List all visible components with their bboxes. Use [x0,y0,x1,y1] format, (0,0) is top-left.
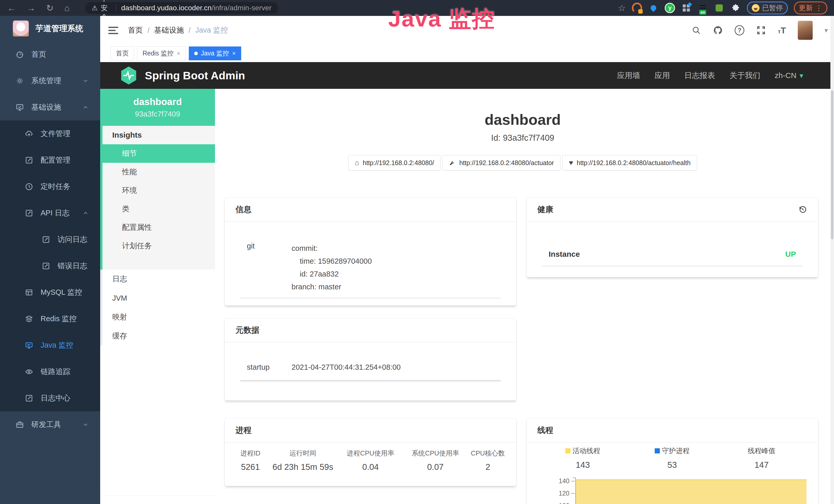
extension-orange-icon[interactable] [632,3,642,13]
sidebar-item-scheduled-jobs[interactable]: 定时任务 [0,173,100,200]
threads-card: 线程 活动线程 守护进程 线程峰值 143 53 147 140 [527,418,818,504]
forward-icon[interactable]: → [27,3,36,13]
tab-java-monitor[interactable]: Java 监控 × [189,46,241,60]
instance-name: dashboard [100,96,215,107]
menu-item-config-props[interactable]: 配置属性 [103,218,215,237]
close-icon[interactable]: × [232,50,236,57]
menu-item-environment[interactable]: 环境 [103,181,215,200]
search-icon[interactable] [692,25,701,35]
menu-item-logs[interactable]: 日志 [103,270,215,289]
github-icon[interactable] [713,25,723,35]
sidebar-item-mysql-monitor[interactable]: MySQL 监控 [0,279,100,305]
menu-item-details[interactable]: 细节 [100,144,215,163]
divider [542,266,803,266]
menu-item-scheduled-tasks[interactable]: 计划任务 [103,237,215,255]
extension-list-on-icon[interactable]: on [698,3,708,13]
sba-nav-wallboard[interactable]: 应用墙 [617,70,640,81]
scrollbar-thumb[interactable] [831,90,833,239]
sba-brand-title[interactable]: Spring Boot Admin [145,69,245,82]
actuator-url-button[interactable]: http://192.168.0.2:48080/actuator [443,155,560,170]
reload-icon[interactable]: ↻ [46,3,54,13]
layers-icon [25,315,34,323]
sidebar-item-system[interactable]: 系统管理 [0,68,100,94]
extension-green-icon[interactable] [714,3,724,13]
sidebar-item-tracing[interactable]: 链路追踪 [0,359,100,385]
browser-nav: ← → ↻ ⌂ [7,3,70,13]
profile-paused-chip[interactable]: 已暂停 [747,2,788,15]
uptime-value: 6d 23h 15m 59s [268,462,337,472]
url-host: dashboard.yudao.iocoder.cn [121,4,212,12]
table-icon [25,288,34,297]
sba-nav-about[interactable]: 关于我们 [729,70,760,81]
process-card-title: 进程 [225,418,516,443]
service-url-button[interactable]: ⌂ http://192.168.0.2:48080/ [348,155,440,170]
sidebar-item-redis-monitor[interactable]: Redis 监控 [0,305,100,332]
back-icon[interactable]: ← [7,3,16,13]
help-icon[interactable]: ? [734,25,744,35]
chrome-update-button[interactable]: 更新 ⋮ [794,2,827,15]
spring-boot-admin-logo-icon[interactable] [120,66,138,86]
breadcrumb-separator: / [189,26,191,35]
peak-threads-value: 147 [717,460,806,470]
sidebar-item-config-mgmt[interactable]: 配置管理 [0,147,100,173]
sidebar-item-home[interactable]: 首页 [0,41,100,68]
avatar-caret-icon[interactable]: ▾ [825,26,828,35]
tick-mark [571,481,575,481]
legend-blue-swatch-icon [655,448,660,453]
history-icon[interactable] [798,205,807,214]
sidebar-item-api-logs[interactable]: API 日志 [0,200,100,226]
sidebar-item-access-logs[interactable]: 访问日志 [0,226,100,253]
sba-nav-journal[interactable]: 日志报表 [684,70,715,81]
threads-values: 143 53 147 [538,460,807,470]
sba-nav-applications[interactable]: 应用 [655,70,670,81]
cpu-cores-value: 2 [467,462,509,472]
instance-id: 93a3fc7f7409 [100,110,215,118]
app-logo-row[interactable]: 芋道管理系统 [0,16,100,41]
sidebar-item-file-mgmt[interactable]: 文件管理 [0,120,100,147]
tab-redis-monitor[interactable]: Redis 监控 × [137,46,186,60]
health-url-button[interactable]: ♥ http://192.168.0.2:48080/actuator/heal… [563,155,697,170]
sba-language-select[interactable]: zh-CN ▾ [775,71,803,80]
edit-icon [25,156,34,165]
health-instance-row: Instance UP [549,248,796,260]
process-cpu-value: 0.04 [337,462,404,472]
menu-item-metrics[interactable]: 性能 [103,163,215,181]
collapse-sidebar-icon[interactable] [108,27,118,34]
breadcrumb-infra[interactable]: 基础设施 [154,25,184,36]
sidebar-item-log-center[interactable]: 日志中心 [0,385,100,411]
instance-id-line: Id: 93a3fc7f7409 [215,133,830,143]
menu-item-caches[interactable]: 缓存 [103,327,215,346]
health-row-label: Instance [549,250,580,258]
app-title: 芋道管理系统 [36,23,83,34]
extension-pin-icon[interactable] [648,3,659,13]
sidebar-item-dev-tools[interactable]: 研发工具 [0,411,100,438]
menu-item-classes[interactable]: 类 [103,200,215,218]
extension-grid-icon[interactable] [681,3,692,13]
home-icon[interactable]: ⌂ [64,3,70,13]
tab-home[interactable]: 首页 [110,46,134,60]
process-table-values: 5261 6d 23h 15m 59s 0.04 0.07 2 [233,462,509,472]
browser-menu-kebab-icon[interactable]: ⋮ [815,4,822,12]
font-size-icon[interactable]: тT [778,25,786,36]
insecure-warning-icon: ⚠ [92,4,97,12]
sidebar-item-infra[interactable]: 基础设施 [0,94,100,120]
extension-y-icon[interactable]: y [665,3,675,13]
breadcrumb-home[interactable]: 首页 [128,25,143,36]
main-content: dashboard Id: 93a3fc7f7409 ⌂ http://192.… [215,89,830,504]
close-icon[interactable]: × [177,50,180,57]
monitor-check-icon [16,103,24,112]
menu-item-mappings[interactable]: 映射 [103,307,215,327]
process-table-headers: 进程ID 运行时间 进程CPU使用率 系统CPU使用率 CPU核心数 [233,449,509,458]
fullscreen-icon[interactable] [756,25,766,35]
page-scrollbar[interactable] [830,16,834,504]
extensions-puzzle-icon[interactable] [730,3,741,13]
sidebar-item-error-logs[interactable]: 错误日志 [0,253,100,279]
bookmark-star-icon[interactable]: ☆ [618,3,626,13]
address-bar[interactable]: ⚠ 不安全 dashboard.yudao.iocoder.cn/infra/a… [85,2,278,14]
instance-header[interactable]: dashboard 93a3fc7f7409 [100,89,215,126]
sidebar-item-java-monitor[interactable]: Java 监控 [0,332,100,359]
user-avatar[interactable] [798,21,813,40]
instance-links: ⌂ http://192.168.0.2:48080/ http://192.1… [215,155,830,170]
sidebar: 芋道管理系统 首页 系统管理 基础设施 文件管理 配置管理 [0,16,100,504]
menu-item-jvm[interactable]: JVM [103,289,215,307]
